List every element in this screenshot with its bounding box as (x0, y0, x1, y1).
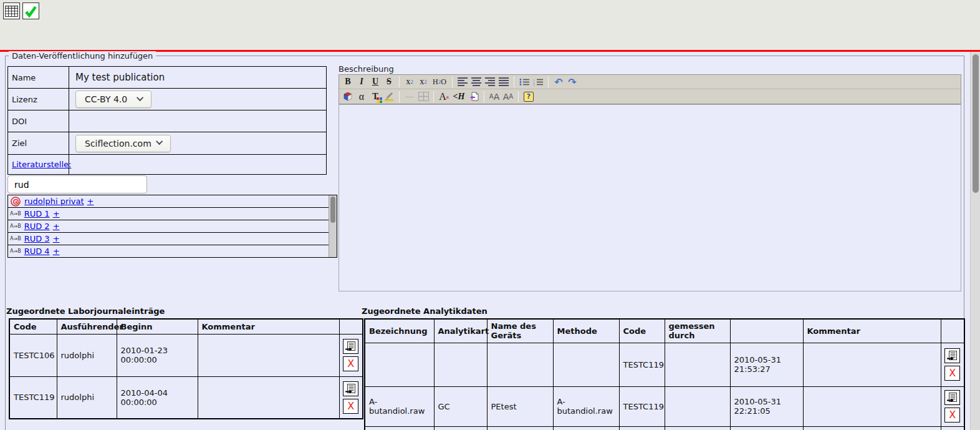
bullet-list-icon (519, 78, 530, 86)
insert-table-button[interactable] (416, 90, 430, 103)
align-left-icon (458, 77, 468, 86)
open-entry-icon (345, 384, 356, 394)
open-entry-button[interactable] (944, 390, 960, 405)
horizontal-rule-button[interactable]: — (403, 90, 416, 103)
toolbar-separator (452, 76, 453, 87)
bezeichnung-cell (365, 426, 434, 430)
font-color-button[interactable]: Aa (437, 90, 451, 103)
datum-cell (730, 426, 803, 430)
toolbar-separator (399, 76, 400, 87)
literaturstelle-link[interactable]: Literaturstelle: (12, 160, 71, 169)
lizenz-select[interactable]: CC-BY 4.0 (75, 90, 151, 108)
import-file-button[interactable] (467, 90, 481, 103)
delete-button[interactable]: X (343, 399, 358, 414)
table-row: TESTC119 2010-05-31 21:53:27 X (365, 343, 964, 386)
delete-button[interactable]: X (343, 356, 358, 371)
result-link[interactable]: rudolphi privat (24, 197, 84, 206)
list-item[interactable]: A⇒B RUD 3 + (8, 233, 337, 245)
list-item[interactable]: A⇒B RUD 1 + (8, 208, 337, 220)
journal-section-title: Zugeordnete Laborjournaleinträge (6, 306, 165, 316)
code-cell: TESTC106 (9, 334, 57, 376)
underline-button[interactable]: U (368, 76, 382, 88)
bold-button[interactable]: B (341, 76, 355, 88)
delete-button[interactable]: X (944, 408, 960, 423)
executor-cell: rudolphi (57, 334, 117, 376)
open-entry-button[interactable] (343, 381, 358, 396)
confirm-button[interactable] (22, 2, 39, 19)
highlighter-icon (384, 92, 394, 101)
result-add-link[interactable]: + (87, 197, 94, 206)
name-field[interactable]: My test publication (69, 67, 327, 89)
highlighter-button[interactable] (382, 90, 396, 103)
code-cell (619, 426, 665, 430)
numbered-list-button[interactable]: 1 2 3 (531, 76, 545, 88)
toolbar-separator (514, 76, 514, 87)
table-row (365, 426, 964, 430)
executor-cell: rudolphi (57, 376, 117, 419)
chem-formula-button[interactable]: H2O (430, 76, 449, 88)
journal-table: Code Ausführender Beginn Kommentar TESTC… (9, 318, 363, 419)
description-editor-area[interactable] (339, 104, 961, 291)
delete-icon: X (949, 410, 956, 420)
superscript-button[interactable]: x2 (416, 76, 430, 88)
align-left-button[interactable] (456, 76, 469, 88)
result-link[interactable]: RUD 4 (24, 247, 50, 256)
open-entry-button[interactable] (944, 348, 960, 363)
greek-symbols-button[interactable]: α (355, 90, 368, 103)
align-justify-button[interactable] (497, 76, 511, 88)
font-smaller-button[interactable]: AA (501, 90, 515, 103)
undo-button[interactable]: ↶ (552, 76, 565, 88)
analytikart-cell (434, 343, 487, 386)
result-add-link[interactable]: + (53, 209, 60, 218)
bullet-list-button[interactable] (517, 76, 531, 88)
open-entry-icon (345, 341, 356, 351)
toolbar-separator (548, 76, 549, 87)
doi-field[interactable] (69, 110, 327, 132)
strikethrough-button[interactable]: S (382, 76, 396, 88)
insert-3d-structure-button[interactable] (341, 90, 355, 103)
insert-3d-structure-icon (343, 92, 353, 102)
list-item[interactable]: rudolphi privat + (8, 195, 337, 208)
page-scrollbar[interactable] (970, 52, 980, 430)
result-link[interactable]: RUD 2 (24, 222, 50, 231)
align-center-button[interactable] (469, 76, 483, 88)
result-link[interactable]: RUD 3 (24, 234, 50, 243)
html-source-button[interactable]: <H (451, 90, 467, 103)
list-scrollbar[interactable] (329, 195, 337, 258)
help-button[interactable]: ? (522, 90, 536, 103)
methode-cell: A-butandiol.raw (553, 386, 619, 426)
result-add-link[interactable]: + (53, 222, 60, 231)
text-color-button[interactable]: T (368, 90, 382, 103)
result-add-link[interactable]: + (53, 234, 60, 243)
publication-form: Name My test publication Lizenz CC-BY 4.… (7, 66, 327, 175)
search-input[interactable] (7, 175, 147, 193)
toolbar-separator (433, 91, 434, 102)
italic-button[interactable]: I (355, 76, 368, 88)
topbar (0, 0, 980, 50)
table-row: TESTC106 rudolphi 2010-01-23 00:00:00 X (9, 334, 363, 376)
scrollbar-thumb[interactable] (973, 54, 979, 193)
analytics-section-title: Zugeordnete Analytikdaten (362, 306, 488, 316)
begin-cell: 2010-01-23 00:00:00 (117, 334, 198, 376)
align-right-button[interactable] (483, 76, 497, 88)
literaturstelle-field[interactable] (69, 155, 327, 175)
editor-toolbar: B I U S x2 x2 H2O 1 (339, 74, 961, 104)
subscript-button[interactable]: x2 (403, 76, 416, 88)
font-bigger-button[interactable]: AA (488, 90, 501, 103)
ziel-select[interactable]: Sciflection.com (75, 135, 171, 152)
list-item[interactable]: A⇒B RUD 4 + (8, 245, 337, 258)
font-color-icon: A (439, 91, 446, 102)
result-add-link[interactable]: + (53, 247, 60, 256)
list-item[interactable]: A⇒B RUD 2 + (8, 220, 337, 233)
redo-button[interactable]: ↷ (565, 76, 579, 88)
table-view-button[interactable] (3, 2, 20, 19)
color-palette-icon (377, 97, 382, 103)
beschreibung-label: Beschreibung (339, 64, 394, 74)
open-entry-button[interactable] (343, 339, 358, 354)
reaction-icon: A⇒B (10, 211, 21, 217)
table-grid-icon (5, 6, 18, 17)
gemessen-cell (665, 386, 730, 426)
result-link[interactable]: RUD 1 (24, 209, 50, 218)
undo-icon: ↶ (554, 76, 562, 88)
delete-button[interactable]: X (944, 366, 960, 381)
